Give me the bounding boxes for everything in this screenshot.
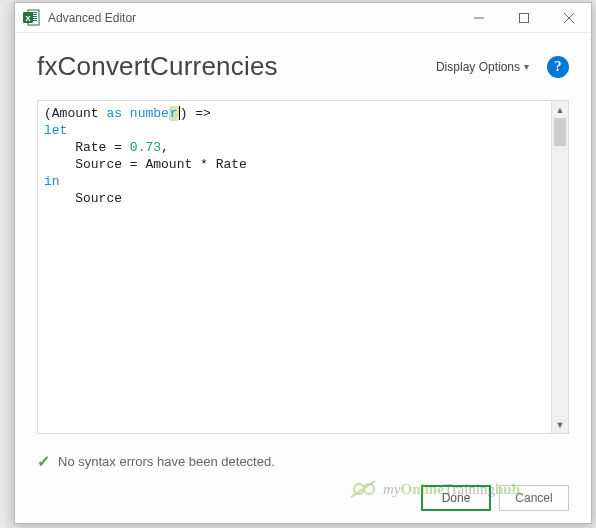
code-text: (Amount as number) => let Rate = 0.73, S…	[38, 101, 568, 211]
close-button[interactable]	[546, 3, 591, 32]
code-editor[interactable]: (Amount as number) => let Rate = 0.73, S…	[37, 100, 569, 434]
button-row: myOnlineTraininghub Done Cancel	[37, 485, 569, 511]
check-icon: ✓	[37, 452, 50, 471]
display-options-dropdown[interactable]: Display Options ▾	[436, 60, 529, 74]
advanced-editor-window: X Advanced Editor fxConvertCurrencies Di…	[14, 2, 592, 524]
scroll-thumb[interactable]	[554, 118, 566, 146]
svg-line-14	[351, 481, 375, 497]
vertical-scrollbar[interactable]: ▲ ▼	[551, 101, 568, 433]
status-text: No syntax errors have been detected.	[58, 454, 275, 469]
status-bar: ✓ No syntax errors have been detected.	[37, 448, 569, 475]
window-title: Advanced Editor	[48, 11, 456, 25]
svg-point-13	[364, 484, 374, 494]
scroll-down-icon[interactable]: ▼	[552, 416, 568, 433]
text-cursor	[179, 106, 180, 120]
cancel-button[interactable]: Cancel	[499, 485, 569, 511]
maximize-button[interactable]	[501, 3, 546, 32]
chevron-down-icon: ▾	[524, 61, 529, 72]
help-icon[interactable]: ?	[547, 56, 569, 78]
svg-rect-9	[519, 13, 528, 22]
minimize-button[interactable]	[456, 3, 501, 32]
header-row: fxConvertCurrencies Display Options ▾ ?	[37, 51, 569, 82]
svg-text:X: X	[25, 14, 31, 23]
display-options-label: Display Options	[436, 60, 520, 74]
excel-icon: X	[23, 9, 40, 26]
titlebar: X Advanced Editor	[15, 3, 591, 33]
query-name: fxConvertCurrencies	[37, 51, 278, 82]
content-area: fxConvertCurrencies Display Options ▾ ? …	[15, 33, 591, 523]
svg-point-12	[354, 484, 364, 494]
scroll-up-icon[interactable]: ▲	[552, 101, 568, 118]
done-button[interactable]: Done	[421, 485, 491, 511]
header-right: Display Options ▾ ?	[436, 56, 569, 78]
window-controls	[456, 3, 591, 32]
